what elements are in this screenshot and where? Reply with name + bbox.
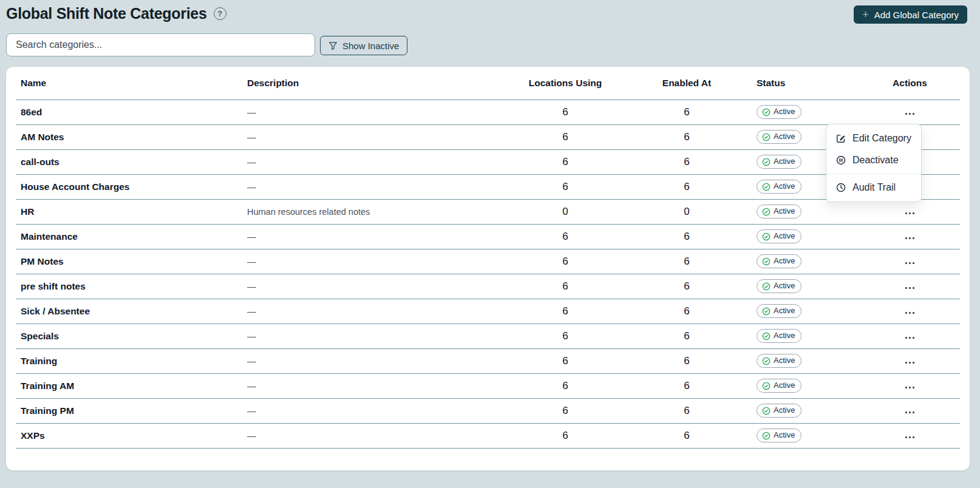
show-inactive-button[interactable]: Show Inactive [320, 36, 407, 55]
status-badge-label: Active [774, 256, 795, 266]
status-badge: Active [757, 155, 801, 168]
enabled-at-count: 6 [617, 149, 757, 174]
category-name: Specials [16, 324, 247, 348]
status-badge: Active [757, 404, 801, 417]
category-name: Training AM [16, 373, 247, 398]
row-actions-button[interactable] [903, 358, 917, 367]
status-badge: Active [757, 180, 801, 193]
column-header-enabled-at: Enabled At [617, 67, 757, 100]
row-actions-button[interactable] [903, 308, 917, 317]
show-inactive-label: Show Inactive [342, 41, 399, 51]
check-circle-icon [762, 183, 771, 191]
row-actions-button[interactable] [903, 408, 917, 417]
table-row: AM Notes—66Active [16, 124, 960, 149]
status-badge-label: Active [774, 181, 795, 191]
category-name: Maintenance [16, 224, 247, 249]
status-badge: Active [757, 130, 801, 143]
status-badge-label: Active [774, 405, 795, 415]
row-actions-button[interactable] [903, 383, 917, 392]
locations-using-count: 0 [514, 199, 617, 224]
page-title: Global Shift Note Categories [6, 5, 207, 22]
locations-using-count: 6 [514, 224, 617, 249]
pause-circle-icon [835, 155, 846, 166]
status-badge-label: Active [774, 107, 795, 117]
status-badge-label: Active [774, 331, 795, 341]
category-name: XXPs [16, 423, 247, 448]
table-row: Maintenance—66Active [16, 224, 960, 249]
category-name: House Account Charges [16, 174, 247, 199]
table-row: PM Notes—66Active [16, 249, 960, 274]
enabled-at-count: 6 [617, 224, 757, 249]
table-row: HRHuman resources related notes00Active [16, 199, 960, 224]
status-badge: Active [757, 105, 801, 118]
row-actions-button[interactable] [903, 433, 917, 442]
category-name: pre shift notes [16, 274, 247, 299]
check-circle-icon [762, 382, 771, 390]
status-badge: Active [757, 304, 801, 317]
row-actions-button[interactable] [903, 109, 917, 118]
table-row: Specials—66Active [16, 324, 960, 348]
category-description: — [247, 324, 514, 348]
category-name: Sick / Absentee [16, 299, 247, 324]
enabled-at-count: 6 [617, 274, 757, 299]
check-circle-icon [762, 257, 771, 266]
category-name: 86ed [16, 100, 247, 124]
enabled-at-count: 6 [617, 398, 757, 423]
check-circle-icon [762, 158, 771, 166]
enabled-at-count: 6 [617, 373, 757, 398]
row-actions-menu: Edit Category Deactivate Audit Trail [826, 124, 922, 202]
categories-table: Name Description Locations Using Enabled… [16, 67, 960, 449]
status-badge: Active [757, 205, 801, 218]
menu-item-label: Deactivate [852, 155, 899, 166]
column-header-name: Name [16, 67, 247, 100]
locations-using-count: 6 [514, 149, 617, 174]
menu-item-label: Audit Trail [852, 182, 896, 193]
row-actions-button[interactable] [903, 234, 917, 243]
status-badge: Active [757, 254, 801, 268]
locations-using-count: 6 [514, 423, 617, 448]
check-circle-icon [762, 232, 771, 241]
filter-icon [328, 41, 338, 50]
locations-using-count: 6 [514, 100, 617, 124]
status-badge: Active [757, 329, 801, 342]
category-description: — [247, 398, 514, 423]
table-header-row: Name Description Locations Using Enabled… [16, 67, 960, 100]
table-row: 86ed—66Active [16, 100, 960, 124]
menu-item-deactivate[interactable]: Deactivate [826, 149, 921, 171]
table-row: call-outs—66Active [16, 149, 960, 174]
table-row: pre shift notes—66Active [16, 274, 960, 299]
row-actions-button[interactable] [903, 283, 917, 293]
row-actions-button[interactable] [903, 333, 917, 342]
menu-divider [826, 174, 921, 174]
search-input[interactable] [6, 33, 315, 56]
category-description: — [247, 299, 514, 324]
row-actions-button[interactable] [903, 209, 917, 218]
plus-icon: + [862, 9, 869, 20]
status-badge-label: Active [774, 356, 795, 365]
categories-card: Name Description Locations Using Enabled… [6, 67, 970, 470]
enabled-at-count: 6 [617, 124, 757, 149]
add-global-category-button[interactable]: + Add Global Category [854, 5, 967, 24]
help-icon[interactable]: ? [214, 7, 226, 20]
enabled-at-count: 6 [617, 299, 757, 324]
category-description: — [247, 249, 514, 274]
category-name: AM Notes [16, 124, 247, 149]
column-header-description: Description [247, 67, 514, 100]
status-badge-label: Active [774, 430, 795, 440]
status-badge: Active [757, 379, 801, 392]
locations-using-count: 6 [514, 299, 617, 324]
enabled-at-count: 6 [617, 249, 757, 274]
enabled-at-count: 6 [617, 100, 757, 124]
table-row: Training—66Active [16, 348, 960, 373]
status-badge-label: Active [774, 381, 795, 390]
locations-using-count: 6 [514, 373, 617, 398]
table-row: Sick / Absentee—66Active [16, 299, 960, 324]
check-circle-icon [762, 357, 771, 365]
status-badge-label: Active [774, 306, 795, 316]
category-description: — [247, 348, 514, 373]
menu-item-audit-trail[interactable]: Audit Trail [826, 177, 921, 198]
row-actions-button[interactable] [903, 259, 917, 268]
column-header-status: Status [757, 67, 860, 100]
enabled-at-count: 6 [617, 423, 757, 448]
menu-item-edit-category[interactable]: Edit Category [826, 127, 921, 149]
